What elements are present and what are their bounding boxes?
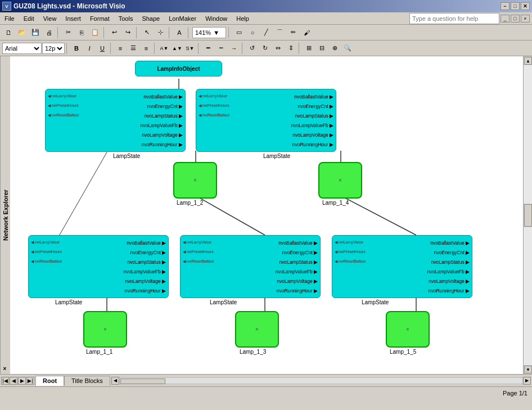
align-center-button[interactable]: ☰ [127,42,139,55]
lamp-1-3-node[interactable]: × [235,311,279,348]
tab-root[interactable]: Root [35,376,64,386]
align-left-button[interactable]: ≡ [114,42,127,55]
menu-tools[interactable]: Tools [114,14,138,23]
cut-button[interactable]: ✂ [62,26,74,39]
canvas-area[interactable]: LampInfoObject ◀ nviLampValue nvoBallast… [10,56,523,374]
undo-button[interactable]: ↩ [108,26,120,39]
h-scroll-left-btn[interactable]: ◀ [111,377,119,385]
app-minimize-button[interactable]: _ [501,15,510,22]
menu-help[interactable]: Help [232,14,254,23]
sep1 [57,27,60,38]
first-page-button[interactable]: |◀ [1,377,9,385]
lampstate-top-left-node[interactable]: ◀ nviLampValue nvoBallastValue ▶ ◀ nviPr… [45,89,186,152]
pointer-button[interactable]: ↖ [141,26,153,39]
menu-bar: File Edit View Insert Format Tools Shape… [0,12,532,25]
minimize-button[interactable]: − [501,2,510,10]
italic-button[interactable]: I [83,42,96,55]
shadow-button[interactable]: S▼ [184,42,196,55]
lamp-1-4-cross: × [339,177,342,183]
menu-shape[interactable]: Shape [137,14,164,23]
page-nav-buttons: |◀ ◀ ▶ ▶| [0,377,35,385]
paint-button[interactable]: 🖌 [300,26,313,39]
menu-insert[interactable]: Insert [61,14,85,23]
close-button[interactable]: ✕ [521,2,530,10]
rotate-left-button[interactable]: ↺ [246,42,258,55]
bold-button[interactable]: B [70,42,83,55]
lamp-1-2-node[interactable]: × [173,162,217,199]
flip-h-button[interactable]: ⇔ [272,42,284,55]
lampstate-mid-left-node[interactable]: ◀ nviLampValue nvoBallastValue ▶ ◀ nviPr… [28,235,169,298]
menu-view[interactable]: View [39,14,61,23]
network-explorer-label: Network Explorer [2,190,9,241]
connector-button[interactable]: ⊹ [154,26,166,39]
menu-lonmaker[interactable]: LonMaker [164,14,201,23]
lamp-1-3-label: Lamp_1_3 [240,349,266,355]
network-explorer-close[interactable]: × [2,366,8,372]
app-close-button[interactable]: × [521,15,530,22]
network-explorer-panel[interactable]: Network Explorer × [0,56,10,374]
prev-page-button[interactable]: ◀ [10,377,17,385]
lampstate-mid-center-node[interactable]: ◀ nviLampValue nvoBallastValue ▶ ◀ nviPr… [180,235,321,298]
next-page-button[interactable]: ▶ [18,377,26,385]
lampstate-top-right-node[interactable]: ◀ nviLampValue nvoBallastValue ▶ ◀ nviPr… [196,89,336,152]
fill-color-button[interactable]: A▼ [158,42,170,55]
print-button[interactable]: 🖨 [43,26,55,39]
group-button[interactable]: ⊞ [303,42,315,55]
align-right-button[interactable]: ≡ [140,42,152,55]
lampstate-mid-center-label: LampState [210,299,237,305]
last-page-button[interactable]: ▶| [26,377,34,385]
font-size-select[interactable]: 12pt [42,43,65,54]
line-weight-button[interactable]: ━ [202,42,214,55]
zoom-dropdown-icon[interactable]: ▼ [213,29,219,36]
save-button[interactable]: 💾 [29,26,42,39]
bring-front-button[interactable]: ⊕ [328,42,341,55]
scroll-thumb[interactable] [524,204,532,227]
lampstate-mid-right-node[interactable]: ◀ nviLampValue nvoBallastValue ▶ ◀ nviPr… [332,235,472,298]
help-search[interactable] [409,13,499,24]
flip-v-button[interactable]: ⇕ [285,42,297,55]
line-ends-button[interactable]: → [228,42,240,55]
h-scroll-right-btn[interactable]: ▶ [523,377,531,385]
pencil-button[interactable]: ✏ [287,26,299,39]
node-row-6: nvoRunningHour ▶ [47,142,184,147]
svg-line-8 [196,196,265,235]
text-button[interactable]: A [173,26,186,39]
window-title: GUZ08 Lights.vsd - Microsoft Visio [13,2,125,10]
new-button[interactable]: 🗋 [2,26,15,39]
arc-button[interactable]: ⌒ [273,26,286,39]
menu-format[interactable]: Format [85,14,114,23]
lamp-1-1-node[interactable]: × [83,311,127,348]
rotate-right-button[interactable]: ↻ [259,42,271,55]
menu-edit[interactable]: Edit [19,14,39,23]
font-select[interactable]: Arial [2,43,42,54]
send-back-button[interactable]: ⊟ [315,42,328,55]
rect-button[interactable]: ▭ [233,26,245,39]
node-row-2: ◀ nviPresetHours nvoEnergyCnt ▶ [47,103,184,109]
lamp-1-4-node[interactable]: × [318,162,362,199]
open-button[interactable]: 📂 [16,26,28,39]
ellipse-button[interactable]: ○ [246,26,259,39]
vertical-scrollbar[interactable]: ▲ ▼ [523,56,532,374]
h-scroll-thumb[interactable] [120,379,165,384]
menu-file[interactable]: File [0,14,19,23]
line-button[interactable]: ╱ [260,26,272,39]
app-restore-button[interactable]: □ [511,15,520,22]
scroll-down-button[interactable]: ▼ [524,366,532,373]
line-color-button[interactable]: ▲▼ [171,42,183,55]
scroll-up-button[interactable]: ▲ [524,57,532,65]
h-scroll-area[interactable]: ◀ ▶ [110,377,532,385]
paste-button[interactable]: 📋 [89,26,101,39]
redo-button[interactable]: ↪ [121,26,134,39]
copy-button[interactable]: ⎘ [75,26,88,39]
h-scroll-track[interactable] [119,377,523,384]
tab-title-blocks[interactable]: Title Blocks [64,376,110,386]
zoom-in-button[interactable]: 🔍 [341,42,354,55]
menu-window[interactable]: Window [201,14,232,23]
lamp-info-object-node[interactable]: LampInfoObject [135,61,222,76]
underline-button[interactable]: U [96,42,109,55]
lamp-1-5-node[interactable]: × [386,311,430,348]
restore-button[interactable]: □ [511,2,520,10]
lamp-1-5-label: Lamp_1_5 [390,349,416,355]
line-dash-button[interactable]: ┅ [215,42,227,55]
svg-line-9 [341,196,416,235]
